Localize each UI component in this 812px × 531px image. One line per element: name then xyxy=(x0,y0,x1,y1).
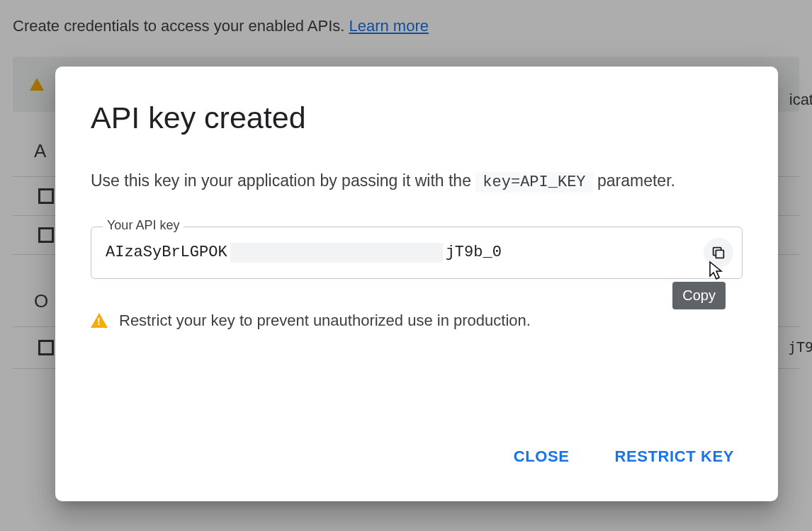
api-key-value: AIzaSyBrLGPOK jT9b_0 xyxy=(106,243,502,263)
api-key-label: Your API key xyxy=(103,218,184,233)
restrict-key-button[interactable]: RESTRICT KEY xyxy=(611,440,737,473)
redacted-segment xyxy=(230,243,443,263)
dialog-title: API key created xyxy=(91,101,743,135)
dialog-actions: CLOSE RESTRICT KEY xyxy=(91,440,743,480)
restrict-warning-row: Restrict your key to prevent unauthorize… xyxy=(91,312,743,330)
code-parameter: key=API_KEY xyxy=(475,172,592,193)
svg-rect-0 xyxy=(716,250,723,258)
mouse-cursor-icon xyxy=(706,261,724,286)
copy-icon xyxy=(711,245,726,261)
close-button[interactable]: CLOSE xyxy=(511,440,573,473)
warning-icon xyxy=(91,313,108,328)
api-key-field-container: Your API key AIzaSyBrLGPOK jT9b_0 Copy xyxy=(91,227,743,279)
dialog-description: Use this key in your application by pass… xyxy=(91,169,743,194)
api-key-field[interactable]: Your API key AIzaSyBrLGPOK jT9b_0 xyxy=(91,227,743,279)
restrict-warning-text: Restrict your key to prevent unauthorize… xyxy=(119,312,531,330)
api-key-created-dialog: API key created Use this key in your app… xyxy=(55,67,778,501)
